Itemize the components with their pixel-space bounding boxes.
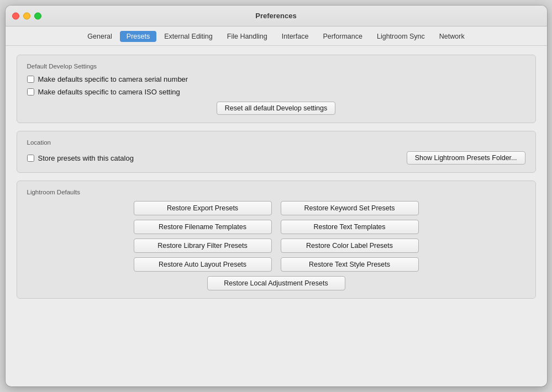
store-presets-checkbox[interactable] bbox=[27, 155, 34, 162]
tab-lightroom-sync[interactable]: Lightroom Sync bbox=[370, 31, 432, 42]
store-presets-label: Store presets with this catalog bbox=[38, 154, 134, 162]
reset-button-row: Reset all default Develop settings bbox=[27, 102, 525, 115]
serial-number-checkbox[interactable] bbox=[27, 76, 34, 83]
restore-filename-templates-button[interactable]: Restore Filename Templates bbox=[134, 220, 272, 234]
presets-row-3: Restore Library Filter Presets Restore C… bbox=[134, 239, 419, 253]
restore-color-label-presets-button[interactable]: Restore Color Label Presets bbox=[281, 239, 419, 253]
serial-number-label: Make defaults specific to camera serial … bbox=[38, 75, 188, 83]
content-area: Default Develop Settings Make defaults s… bbox=[6, 46, 547, 386]
lightroom-defaults-label: Lightroom Defaults bbox=[27, 189, 525, 195]
tab-external-editing[interactable]: External Editing bbox=[157, 31, 219, 42]
tab-general[interactable]: General bbox=[81, 31, 118, 42]
lightroom-defaults-section: Lightroom Defaults Restore Export Preset… bbox=[17, 181, 536, 299]
location-row: Store presets with this catalog Show Lig… bbox=[27, 151, 525, 165]
restore-local-adjustment-presets-button[interactable]: Restore Local Adjustment Presets bbox=[207, 276, 345, 290]
tabs-bar: General Presets External Editing File Ha… bbox=[6, 27, 547, 46]
preferences-window: Preferences General Presets External Edi… bbox=[6, 6, 547, 386]
minimize-button[interactable] bbox=[23, 12, 30, 19]
location-label: Location bbox=[27, 139, 525, 146]
restore-keyword-set-presets-button[interactable]: Restore Keyword Set Presets bbox=[281, 201, 419, 215]
serial-number-row: Make defaults specific to camera serial … bbox=[27, 75, 525, 83]
tab-network[interactable]: Network bbox=[433, 31, 471, 42]
default-develop-label: Default Develop Settings bbox=[27, 63, 525, 70]
titlebar: Preferences bbox=[6, 6, 547, 27]
presets-row-4: Restore Auto Layout Presets Restore Text… bbox=[134, 257, 419, 272]
store-presets-row: Store presets with this catalog bbox=[27, 154, 134, 162]
maximize-button[interactable] bbox=[34, 12, 41, 19]
restore-library-filter-presets-button[interactable]: Restore Library Filter Presets bbox=[134, 239, 272, 253]
tab-interface[interactable]: Interface bbox=[275, 31, 316, 42]
traffic-lights bbox=[12, 12, 41, 19]
tab-performance[interactable]: Performance bbox=[316, 31, 369, 42]
reset-develop-button[interactable]: Reset all default Develop settings bbox=[217, 102, 336, 115]
show-presets-folder-button[interactable]: Show Lightroom Presets Folder... bbox=[407, 151, 525, 165]
tab-file-handling[interactable]: File Handling bbox=[220, 31, 274, 42]
iso-setting-label: Make defaults specific to camera ISO set… bbox=[38, 88, 180, 96]
window-title: Preferences bbox=[255, 12, 296, 20]
presets-row-2: Restore Filename Templates Restore Text … bbox=[134, 220, 419, 234]
location-section: Location Store presets with this catalog… bbox=[17, 131, 536, 173]
restore-auto-layout-presets-button[interactable]: Restore Auto Layout Presets bbox=[134, 257, 272, 272]
default-develop-section: Default Develop Settings Make defaults s… bbox=[17, 55, 536, 123]
restore-text-style-presets-button[interactable]: Restore Text Style Presets bbox=[281, 257, 419, 272]
iso-setting-checkbox[interactable] bbox=[27, 88, 34, 96]
presets-row-5: Restore Local Adjustment Presets bbox=[207, 276, 345, 290]
close-button[interactable] bbox=[12, 12, 19, 19]
restore-text-templates-button[interactable]: Restore Text Templates bbox=[281, 220, 419, 234]
restore-export-presets-button[interactable]: Restore Export Presets bbox=[134, 201, 272, 215]
presets-buttons-grid: Restore Export Presets Restore Keyword S… bbox=[27, 201, 525, 290]
tab-presets[interactable]: Presets bbox=[120, 31, 156, 42]
iso-setting-row: Make defaults specific to camera ISO set… bbox=[27, 88, 525, 96]
presets-row-1: Restore Export Presets Restore Keyword S… bbox=[134, 201, 419, 215]
